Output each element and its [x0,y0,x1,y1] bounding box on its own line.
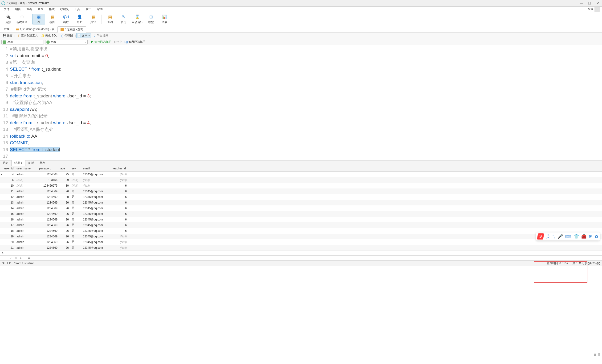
connection-dropdown[interactable]: local ▾ [1,40,44,44]
menubar: 文件 编辑 查看 查询 格式 收藏夹 工具 窗口 帮助 登录 [0,7,602,12]
menu-format[interactable]: 格式 [46,7,57,12]
query-icon: ▤ [107,14,113,20]
tool-backup[interactable]: ↻备份 [117,14,130,24]
ime-skin-icon[interactable]: 👕 [574,234,579,239]
minimize-button[interactable]: — [580,1,583,5]
menu-tools[interactable]: 工具 [72,7,83,12]
new-query-icon: ⊕ [19,14,25,20]
table-row[interactable]: 12admin123456930男12345@qq.com6 [0,194,602,200]
login-area[interactable]: 登录 [588,7,601,12]
menu-query[interactable]: 查询 [35,7,46,12]
menu-help[interactable]: 帮助 [94,7,106,12]
grid-nav-footer: + − ✓ ✕ C ⋮≡ [0,255,602,260]
tab-untitled-query[interactable]: * 无标题 - 查询 [57,26,86,32]
tab-objects[interactable]: 对象 [1,26,13,32]
editor-content[interactable]: #禁用自动提交事务set autocommit = 0;#第一次查询SELECT… [10,45,602,160]
add-row-button[interactable]: + [1,256,3,260]
result-grid[interactable]: user_iduser_namepasswordagesexemailteach… [0,166,602,250]
cancel-button[interactable]: ✕ [15,256,17,260]
ime-toolbar[interactable]: S 英 °, 🎤 ⌨ 👕 🧰 ⊞ ✿ [536,232,600,240]
explain-button[interactable]: Eg 解释已选择的 [124,40,146,44]
table-row[interactable]: ▸4admin123456825男12345@qq.com(Null) [0,172,602,177]
menu-favorites[interactable]: 收藏夹 [57,7,72,12]
table-row[interactable]: 19admin123456926男12345@qq.com(Null) [0,234,602,239]
titlebar: * 无标题 - 查询 - Navicat Premium — ❐ ✕ [0,0,602,7]
ime-settings-icon[interactable]: ✿ [595,234,598,239]
menu-file[interactable]: 文件 [1,7,12,12]
export-icon: ⤴ [93,34,96,37]
wand-icon: ✨ [41,34,44,37]
tool-user[interactable]: 👤用户 [73,14,86,24]
table-row[interactable]: 20admin123456926男12345@qq.com(Null) [0,239,602,245]
user-icon: 👤 [76,14,83,20]
maximize-button[interactable]: ❐ [588,1,591,5]
table-row[interactable]: 14admin123456926男12345@qq.com6 [0,205,602,211]
table-row[interactable]: 17admin123456926男12345@qq.com6 [0,222,602,228]
table-tab-icon [16,28,19,31]
explain-icon: Eg [124,40,128,43]
btn-snippet[interactable]: ()代码段 [59,33,75,38]
backup-icon: ↻ [120,14,127,20]
tool-view[interactable]: ▦视图 [46,14,59,24]
table-row[interactable]: 15admin123456926男12345@qq.com6 [0,211,602,217]
table-row[interactable]: 21admin123456926男12345@qq.com(Null) [0,245,602,250]
table-row[interactable]: 16admin123456926男12345@qq.com6 [0,217,602,222]
tool-table[interactable]: ▦表 [32,14,45,24]
connection-icon [3,41,6,44]
result-tab-status[interactable]: 状态 [37,160,48,166]
delete-row-button[interactable]: − [5,256,7,260]
table-row[interactable]: 13admin123456926男12345@qq.com6 [0,200,602,205]
table-row[interactable]: 6(Null)12345629(Null)(Null)(Null) [0,177,602,183]
btn-export[interactable]: ⤴导出结果 [92,33,110,38]
filter-button[interactable]: ⋮≡ [25,256,30,260]
refresh-button[interactable]: C [20,256,22,260]
ime-lang[interactable]: 英 [546,234,550,239]
save-icon: 💾 [3,34,6,37]
ime-mic-icon[interactable]: 🎤 [558,234,563,239]
table-row[interactable]: 18admin123456926男12345@qq.com6 [0,228,602,234]
other-icon: ▦ [90,14,97,20]
tab-t-student[interactable]: t_student @ssm (local) - 表 [13,26,57,32]
close-button[interactable]: ✕ [596,1,599,5]
tool-new-query[interactable]: ⊕新建查询 [16,14,28,24]
table-icon: ▦ [35,14,42,20]
ime-keyboard-icon[interactable]: ⌨ [565,234,571,239]
status-query-time: 查询时间: 0.015s [547,261,568,265]
menu-edit[interactable]: 编辑 [12,7,23,12]
apply-button[interactable]: ✓ [10,256,12,260]
tool-model[interactable]: ⊞模型 [145,14,157,24]
ime-grid-icon[interactable]: ⊞ [589,234,592,239]
run-selected-button[interactable]: ▶ 运行已选择的 [91,40,111,44]
connection-bar: local ▾ ssm ▾ ▶ 运行已选择的 ■ 停止 Eg 解释已选择的 [0,39,602,45]
document-tabs: 对象 t_student @ssm (local) - 表 * 无标题 - 查询 [0,26,602,32]
database-icon [46,41,50,44]
tool-chart[interactable]: 📊图表 [158,14,171,24]
btn-save[interactable]: 💾保存 [1,33,14,38]
btn-beautify[interactable]: ✨美化 SQL [40,33,59,38]
ime-toolbox-icon[interactable]: 🧰 [581,234,586,239]
btn-text[interactable]: 📄文本▾ [76,33,91,38]
btn-query-builder[interactable]: T查询创建工具 [16,33,39,38]
tool-query[interactable]: ▤查询 [104,14,116,24]
menu-view[interactable]: 查看 [23,7,35,12]
chart-icon: 📊 [161,14,168,20]
result-tab-info[interactable]: 信息 [0,160,11,166]
table-row[interactable]: 10(Null)12345627530(Null)(Null)6 [0,183,602,188]
ime-punct-icon[interactable]: °, [553,234,555,239]
table-row[interactable]: 11admin123456926男12345@qq.com6 [0,188,602,194]
result-tab-profile[interactable]: 剖析 [25,160,37,166]
stop-button[interactable]: ■ 停止 [114,40,122,44]
sql-editor[interactable]: 1234567891011121314151617 #禁用自动提交事务set a… [0,45,602,160]
menu-window[interactable]: 窗口 [83,7,94,12]
query-tab-icon [61,28,64,31]
status-bar: SELECT * from t_student 查询时间: 0.015s 第 1… [0,260,602,266]
tool-autorun[interactable]: ⌛自动运行 [131,14,144,24]
chevron-down-icon: ▾ [42,41,43,43]
tool-other[interactable]: ▦其它 [87,14,100,24]
tool-function[interactable]: f(x)函数 [60,14,72,24]
tool-connect[interactable]: 🔌连接 [2,14,15,24]
database-dropdown[interactable]: ssm ▾ [45,40,88,44]
result-tab-result1[interactable]: 结果 1 [11,160,25,166]
function-fx-icon: f(x) [63,14,69,20]
separator [30,15,30,24]
